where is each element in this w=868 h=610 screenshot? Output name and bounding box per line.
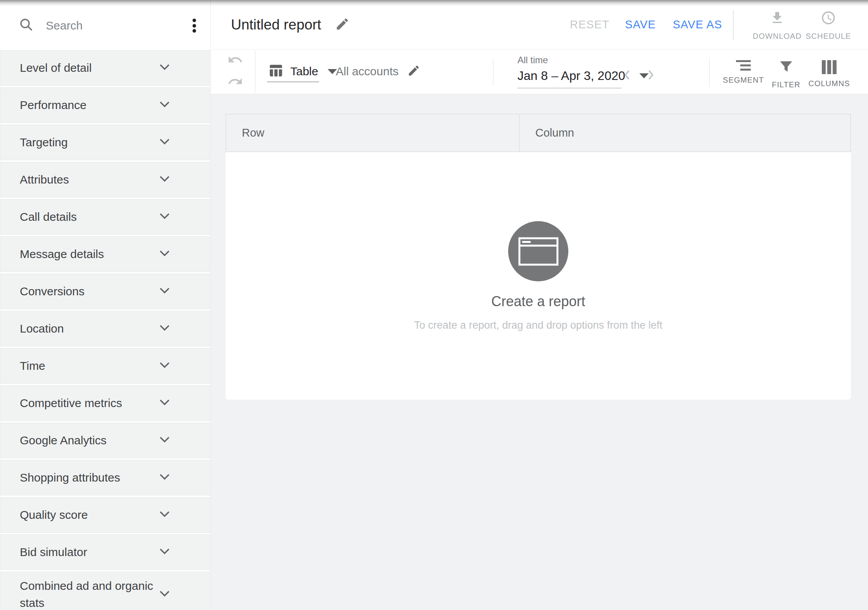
- undo-button[interactable]: [227, 53, 243, 68]
- date-prev-button[interactable]: [623, 69, 631, 82]
- search-bar: [0, 0, 210, 50]
- schedule-label: SCHEDULE: [806, 32, 851, 41]
- main-area: Untitled report RESET SAVE SAVE AS DOWNL…: [211, 0, 868, 610]
- chevron-down-icon: [160, 591, 170, 598]
- chevron-down-icon: [160, 288, 170, 295]
- sidebar-item-label: Message details: [20, 246, 160, 263]
- toolbar: Table All accounts All time Jan 8 – Apr …: [211, 50, 868, 94]
- search-input[interactable]: [45, 16, 175, 36]
- date-next-button[interactable]: [647, 69, 655, 82]
- chevron-down-icon: [160, 250, 170, 258]
- report-canvas: Row Column Create a report To create a r…: [211, 94, 868, 610]
- sidebar-item-shopping-attributes[interactable]: Shopping attributes: [0, 460, 211, 496]
- report-table-card: Row Column Create a report To create a r…: [226, 114, 851, 400]
- toolbar-divider: [709, 57, 710, 87]
- table-chart-icon: [268, 63, 283, 80]
- sidebar-item-label: Competitive metrics: [20, 395, 160, 412]
- sidebar-item-google-analytics[interactable]: Google Analytics: [0, 423, 211, 458]
- date-range-text: Jan 8 – Apr 3, 2020: [517, 69, 625, 83]
- sidebar-item-location[interactable]: Location: [0, 311, 211, 347]
- row-header-label: Row: [242, 127, 264, 139]
- sidebar-category-list: Level of detail Performance Targeting At…: [0, 50, 211, 610]
- overflow-menu-button[interactable]: [190, 19, 198, 33]
- chevron-down-icon: [160, 101, 170, 109]
- chevron-down-icon: [160, 548, 170, 556]
- download-icon: [769, 10, 785, 28]
- sidebar-item-label: Shopping attributes: [20, 469, 160, 486]
- chevron-down-icon: [160, 474, 170, 482]
- view-type-underline: [267, 81, 319, 82]
- chevron-down-icon: [160, 437, 170, 444]
- column-drop-zone[interactable]: Column: [520, 114, 850, 151]
- chevron-down-icon: [160, 325, 170, 333]
- row-drop-zone[interactable]: Row: [226, 114, 520, 151]
- sidebar-item-quality-score[interactable]: Quality score: [0, 497, 211, 533]
- sidebar-item-label: Combined ad and organic stats: [20, 577, 160, 610]
- columns-icon: [822, 60, 837, 74]
- search-icon: [19, 18, 33, 32]
- sidebar-item-time[interactable]: Time: [0, 348, 211, 384]
- segment-label: SEGMENT: [723, 76, 764, 85]
- page-title: Untitled report: [231, 17, 321, 33]
- accounts-selector[interactable]: All accounts: [336, 50, 420, 93]
- save-button[interactable]: SAVE: [625, 0, 656, 49]
- sidebar-item-label: Performance: [20, 97, 160, 114]
- sidebar-item-label: Quality score: [20, 506, 160, 523]
- toolbar-divider: [255, 50, 255, 93]
- empty-state: Create a report To create a report, drag…: [226, 152, 851, 400]
- edit-title-icon[interactable]: [335, 17, 350, 33]
- date-preset-label: All time: [517, 55, 649, 66]
- sidebar-item-performance[interactable]: Performance: [0, 87, 211, 123]
- schedule-button[interactable]: SCHEDULE: [804, 10, 852, 41]
- download-button[interactable]: DOWNLOAD: [753, 10, 801, 41]
- chevron-down-icon: [160, 64, 170, 72]
- columns-button[interactable]: COLUMNS: [805, 60, 853, 88]
- reset-button[interactable]: RESET: [570, 0, 609, 49]
- chevron-down-icon: [160, 399, 170, 407]
- sidebar-item-label: Time: [20, 357, 160, 374]
- sidebar-item-level-of-detail[interactable]: Level of detail: [0, 50, 211, 86]
- sidebar-item-competitive-metrics[interactable]: Competitive metrics: [0, 385, 211, 421]
- chevron-down-icon: [160, 511, 170, 519]
- save-as-button[interactable]: SAVE AS: [673, 0, 722, 49]
- sidebar-item-conversions[interactable]: Conversions: [0, 274, 211, 309]
- chart-type-select[interactable]: Table: [268, 50, 337, 93]
- empty-state-title: Create a report: [491, 293, 585, 310]
- segment-button[interactable]: SEGMENT: [719, 60, 767, 85]
- column-header-label: Column: [535, 127, 574, 139]
- columns-label: COLUMNS: [808, 79, 850, 88]
- chevron-down-icon: [160, 213, 170, 221]
- sidebar: Level of detail Performance Targeting At…: [0, 0, 211, 610]
- sidebar-item-targeting[interactable]: Targeting: [0, 125, 211, 160]
- sidebar-item-label: Location: [20, 320, 160, 337]
- filter-icon: [779, 60, 793, 75]
- sidebar-item-label: Conversions: [20, 283, 160, 300]
- sidebar-item-label: Bid simulator: [20, 544, 160, 561]
- sidebar-item-label: Targeting: [20, 134, 160, 151]
- report-window-icon: [508, 221, 568, 281]
- sidebar-item-label: Google Analytics: [20, 432, 160, 449]
- date-range-underline: [517, 88, 621, 88]
- undo-redo-group: [227, 53, 243, 90]
- sidebar-item-label: Call details: [20, 208, 160, 225]
- empty-state-subtitle: To create a report, drag and drop option…: [414, 319, 662, 331]
- accounts-label: All accounts: [336, 65, 399, 78]
- edit-accounts-icon: [407, 64, 420, 79]
- sidebar-item-label: Level of detail: [20, 59, 160, 76]
- filter-button[interactable]: FILTER: [762, 60, 810, 89]
- report-title-group: Untitled report: [231, 0, 350, 50]
- chevron-down-icon: [160, 139, 170, 146]
- sidebar-item-attributes[interactable]: Attributes: [0, 162, 211, 198]
- sidebar-item-label: Attributes: [20, 171, 160, 188]
- sidebar-item-message-details[interactable]: Message details: [0, 236, 211, 272]
- sidebar-item-call-details[interactable]: Call details: [0, 199, 211, 235]
- toolbar-divider: [493, 59, 493, 86]
- chevron-down-icon: [160, 176, 170, 184]
- redo-button[interactable]: [227, 75, 243, 90]
- sidebar-item-bid-simulator[interactable]: Bid simulator: [0, 534, 211, 570]
- top-bar: Untitled report RESET SAVE SAVE AS DOWNL…: [211, 0, 868, 50]
- schedule-icon: [821, 10, 836, 28]
- download-label: DOWNLOAD: [753, 32, 802, 41]
- sidebar-item-combined-ad-and-organic-stats[interactable]: Combined ad and organic stats: [0, 572, 211, 610]
- header-divider: [733, 10, 734, 40]
